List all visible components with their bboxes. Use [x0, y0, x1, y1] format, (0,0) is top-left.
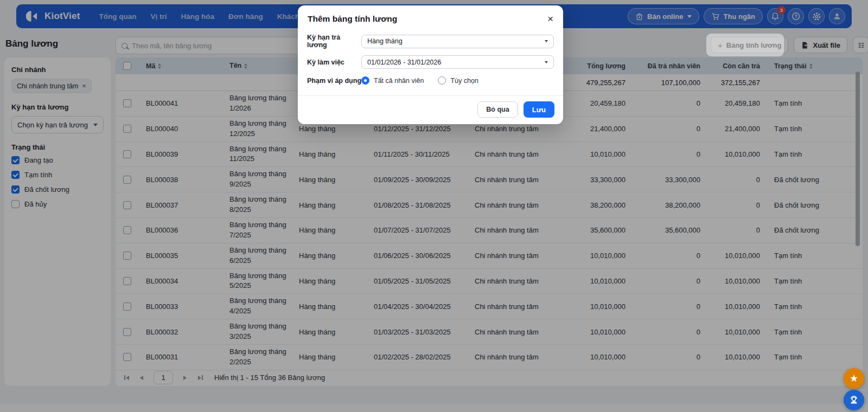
caret-down-icon — [545, 61, 548, 63]
modal-body: Kỳ hạn trả lươngHàng thángKỳ làm việc01/… — [298, 28, 563, 95]
modal-field-label: Kỳ hạn trả lương — [307, 34, 361, 49]
modal-field-select[interactable]: Hàng tháng — [361, 35, 554, 48]
modal-field-value: 01/01/2026 - 31/01/2026 — [367, 59, 441, 66]
modal-footer: Bỏ qua Lưu — [298, 95, 563, 124]
modal-header: Thêm bảng tính lương × — [298, 5, 563, 28]
scope-option-label: Tất cả nhân viên — [374, 77, 424, 85]
caret-down-icon — [545, 40, 548, 42]
close-icon[interactable]: × — [547, 14, 553, 24]
scope-options: Tất cả nhân viênTùy chọn — [361, 76, 493, 85]
cancel-button[interactable]: Bỏ qua — [477, 101, 518, 118]
modal-title: Thêm bảng tính lương — [308, 14, 397, 24]
modal-field-select[interactable]: 01/01/2026 - 31/01/2026 — [361, 55, 554, 69]
scope-option-label: Tùy chọn — [450, 77, 478, 85]
scope-label: Phạm vi áp dụng — [307, 77, 361, 85]
modal-fields: Kỳ hạn trả lươngHàng thángKỳ làm việc01/… — [307, 34, 554, 69]
modal-field-value: Hàng tháng — [367, 37, 403, 45]
modal-field-row: Kỳ làm việc01/01/2026 - 31/01/2026 — [307, 55, 554, 69]
support-agent-icon — [848, 395, 859, 405]
add-payroll-modal: Thêm bảng tính lương × Kỳ hạn trả lươngH… — [298, 5, 563, 124]
modal-field-label: Kỳ làm việc — [307, 59, 361, 66]
support-fab[interactable] — [844, 390, 864, 410]
rating-fab[interactable]: ★ — [844, 368, 864, 389]
scope-option[interactable]: Tất cả nhân viên — [361, 76, 424, 85]
save-button[interactable]: Lưu — [524, 101, 554, 118]
scope-option[interactable]: Tùy chọn — [438, 76, 478, 85]
scope-radio[interactable] — [438, 76, 446, 85]
scope-row: Phạm vi áp dụng Tất cả nhân viênTùy chọn — [307, 76, 554, 85]
scope-radio[interactable] — [361, 76, 369, 85]
star-icon: ★ — [850, 372, 858, 384]
modal-field-row: Kỳ hạn trả lươngHàng tháng — [307, 34, 554, 49]
